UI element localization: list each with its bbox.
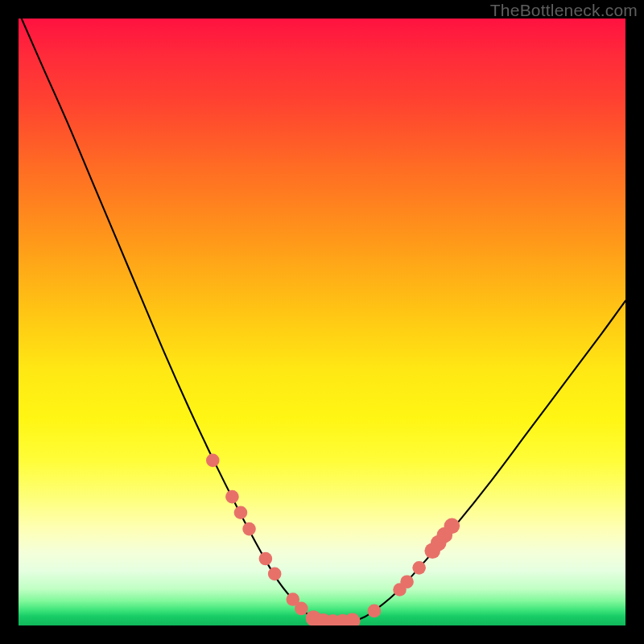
curve-markers bbox=[206, 454, 460, 625]
curve-marker bbox=[242, 522, 256, 536]
bottleneck-curve-path bbox=[22, 19, 625, 622]
curve-marker bbox=[412, 561, 426, 575]
curve-marker bbox=[259, 552, 273, 566]
curve-marker bbox=[234, 506, 248, 519]
chart-gradient-background bbox=[19, 19, 625, 625]
curve-marker bbox=[268, 568, 282, 581]
curve-marker bbox=[206, 454, 220, 468]
curve-marker bbox=[444, 518, 460, 535]
curve-marker bbox=[295, 602, 308, 616]
curve-marker bbox=[345, 613, 361, 625]
chart-frame: TheBottleneck.com bbox=[0, 0, 644, 644]
curve-marker bbox=[400, 575, 414, 588]
curve-marker bbox=[368, 605, 382, 618]
watermark-text: TheBottleneck.com bbox=[490, 1, 638, 20]
curve-marker bbox=[225, 490, 239, 504]
bottleneck-curve-svg bbox=[19, 19, 625, 625]
